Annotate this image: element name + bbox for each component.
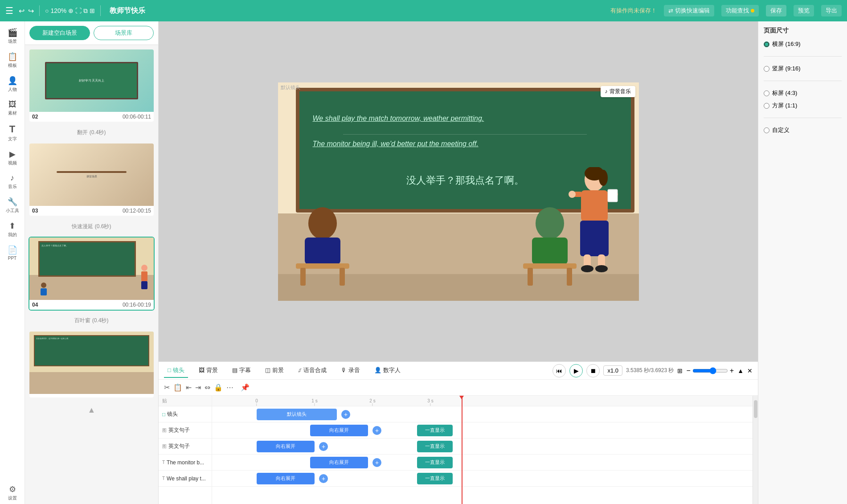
svg-point-23 bbox=[536, 207, 564, 239]
radio-landscape[interactable] bbox=[764, 41, 769, 47]
sidebar-item-material[interactable]: 🖼 素材 bbox=[2, 97, 23, 119]
bg-music-button[interactable]: ♪ 背景音乐 bbox=[601, 86, 635, 97]
radio-custom[interactable] bbox=[764, 127, 769, 133]
track-block-default-lens[interactable]: 默认镜头 bbox=[257, 409, 337, 420]
function-search-button[interactable]: 功能查找 bbox=[721, 5, 759, 16]
cut-icon[interactable]: ✂ bbox=[164, 383, 170, 392]
radio-portrait[interactable] bbox=[764, 66, 769, 72]
sidebar-item-music[interactable]: ♪ 音乐 bbox=[2, 171, 23, 193]
fullscreen-icon[interactable]: ⛶ bbox=[75, 7, 82, 14]
scene-library-button[interactable]: 场景库 bbox=[94, 26, 154, 40]
scene-item-05[interactable]: 语音老师同学，这节课我们来一起来上课。 bbox=[29, 331, 155, 398]
sidebar-item-scene[interactable]: 🎬 场景 bbox=[2, 25, 23, 47]
track-row-monitor: 向右展开 + 一直显示 bbox=[212, 455, 753, 471]
scene-info-02: 02 00:06-00:11 bbox=[29, 112, 154, 122]
tab-digital-human[interactable]: 👤 数字人 bbox=[371, 364, 404, 378]
scene-item-04[interactable]: 没人举手？那我点名了啊。 bbox=[29, 237, 155, 311]
add-en1-button[interactable]: + bbox=[372, 426, 381, 435]
option-portrait[interactable]: 竖屏 (9:16) bbox=[764, 65, 842, 73]
option-square[interactable]: 方屏 (1:1) bbox=[764, 102, 842, 110]
more-icon[interactable]: ✕ bbox=[747, 367, 753, 374]
track-block-monitor-expand[interactable]: 向右展开 bbox=[310, 457, 368, 468]
track-block-en1-expand[interactable]: 向右展开 bbox=[310, 425, 368, 436]
zoom-slider[interactable] bbox=[692, 367, 728, 374]
lock-icon[interactable]: 🔒 bbox=[214, 383, 223, 392]
scene-item-03[interactable]: 课堂场景 03 00:12-00:15 bbox=[29, 143, 155, 217]
copy-icon[interactable]: 📋 bbox=[173, 383, 182, 392]
en2-label: 英文句子 bbox=[168, 443, 190, 450]
paste-icon[interactable]: 📌 bbox=[241, 383, 250, 392]
subtitle-icon: ▤ bbox=[232, 367, 237, 373]
expand-icon[interactable]: ▲ bbox=[737, 367, 744, 374]
track-block-weshall-always[interactable]: 一直显示 bbox=[417, 473, 453, 484]
zoom-level: 120% bbox=[50, 7, 66, 14]
track-block-en2-always[interactable]: 一直显示 bbox=[417, 441, 453, 452]
align-left-icon[interactable]: ⇤ bbox=[186, 383, 192, 392]
add-monitor-button[interactable]: + bbox=[372, 458, 381, 467]
new-scene-button[interactable]: 新建空白场景 bbox=[29, 26, 90, 40]
option-standard[interactable]: 标屏 (4:3) bbox=[764, 89, 842, 97]
radio-standard[interactable] bbox=[764, 90, 769, 96]
tab-voice-synth[interactable]: ⎎ 语音合成 bbox=[295, 364, 330, 378]
sidebar-label-mine: 我的 bbox=[8, 232, 17, 238]
scroll-up-area: ▲ bbox=[29, 404, 155, 417]
add-en2-button[interactable]: + bbox=[319, 442, 328, 451]
track-block-en2-expand[interactable]: 向右展开 bbox=[257, 441, 315, 452]
option-custom[interactable]: 自定义 bbox=[764, 126, 842, 134]
add-weshall-button[interactable]: + bbox=[319, 474, 328, 483]
tab-subtitle[interactable]: ▤ 字幕 bbox=[229, 364, 254, 378]
tab-record[interactable]: 🎙 录音 bbox=[337, 364, 364, 378]
align-right-icon[interactable]: ⇥ bbox=[195, 383, 201, 392]
sidebar-item-tools[interactable]: 🔧 小工具 bbox=[2, 194, 23, 217]
play-button[interactable]: ▶ bbox=[569, 364, 583, 377]
option-landscape[interactable]: 横屏 (16:9) bbox=[764, 40, 842, 48]
sidebar-item-mine[interactable]: ⬆ 我的 bbox=[2, 218, 23, 241]
time-display: 3.5385 秒/3.6923 秒 bbox=[626, 367, 674, 374]
preview-button[interactable]: 预览 bbox=[794, 5, 814, 16]
zoom-in-icon[interactable]: ⊕ bbox=[68, 7, 74, 14]
svg-rect-4 bbox=[41, 288, 47, 295]
layout-icon[interactable]: ⊞ bbox=[90, 7, 95, 14]
export-button[interactable]: 导出 bbox=[821, 5, 842, 16]
tab-pre[interactable]: ◫ 前景 bbox=[262, 364, 287, 378]
add-lens-button[interactable]: + bbox=[341, 410, 350, 419]
radio-square[interactable] bbox=[764, 103, 769, 109]
switch-edit-button[interactable]: ⇄ 切换快速编辑 bbox=[664, 5, 714, 16]
track-block-weshall-expand[interactable]: 向右展开 bbox=[257, 473, 315, 484]
sidebar-item-template[interactable]: 📋 模板 bbox=[2, 49, 23, 71]
fit-icon[interactable]: ⊞ bbox=[677, 367, 683, 374]
track-label-lens: □ 镜头 bbox=[159, 406, 212, 422]
menu-icon[interactable]: ☰ bbox=[5, 5, 13, 16]
duplicate-icon[interactable]: ⧉ bbox=[83, 7, 88, 15]
zoom-decrease-icon[interactable]: − bbox=[686, 367, 690, 375]
track-block-monitor-always[interactable]: 一直显示 bbox=[417, 457, 453, 468]
distribute-icon[interactable]: ⇔ bbox=[205, 383, 210, 392]
scene-item-02[interactable]: 好好学习 天天向上 02 00:06-00:11 bbox=[29, 49, 155, 123]
sidebar-item-ppt[interactable]: 📄 PPT bbox=[2, 242, 23, 263]
undo-button[interactable]: ↩ bbox=[19, 7, 25, 15]
sidebar-item-character[interactable]: 👤 人物 bbox=[2, 73, 23, 95]
sidebar-item-video[interactable]: ▶ 视频 bbox=[2, 147, 23, 169]
tab-bg[interactable]: 🖼 背景 bbox=[195, 364, 221, 378]
sidebar-item-settings[interactable]: ⚙ 设置 bbox=[2, 482, 23, 504]
scrollbar-thumb[interactable] bbox=[754, 400, 757, 418]
canvas-label: 默认镜头 bbox=[281, 84, 300, 91]
track-row-en2: 向右展开 + 一直显示 bbox=[212, 438, 753, 455]
canvas-frame[interactable]: 默认镜头 We shall play the match tomorrow, w… bbox=[278, 82, 639, 301]
scroll-up-button[interactable]: ▲ bbox=[88, 406, 96, 415]
ruler-mark-3s: 3 s bbox=[427, 398, 433, 406]
speed-button[interactable]: x1.0 bbox=[603, 365, 622, 376]
zoom-out-icon[interactable]: ○ bbox=[45, 7, 49, 14]
playhead-marker bbox=[459, 396, 464, 399]
redo-button[interactable]: ↪ bbox=[28, 7, 34, 15]
sidebar-item-text[interactable]: T 文字 bbox=[2, 121, 23, 145]
save-button[interactable]: 保存 bbox=[766, 5, 786, 16]
stop-button[interactable]: ⏹ bbox=[586, 364, 600, 377]
zoom-increase-icon[interactable]: + bbox=[730, 367, 734, 375]
lens-icon: □ bbox=[168, 367, 171, 373]
track-block-en1-always[interactable]: 一直显示 bbox=[417, 425, 453, 436]
tab-lens[interactable]: □ 镜头 bbox=[164, 364, 188, 378]
rewind-button[interactable]: ⏮ bbox=[552, 364, 566, 377]
more-actions-icon[interactable]: ⋯ bbox=[226, 383, 233, 392]
vertical-scrollbar[interactable] bbox=[753, 396, 758, 504]
